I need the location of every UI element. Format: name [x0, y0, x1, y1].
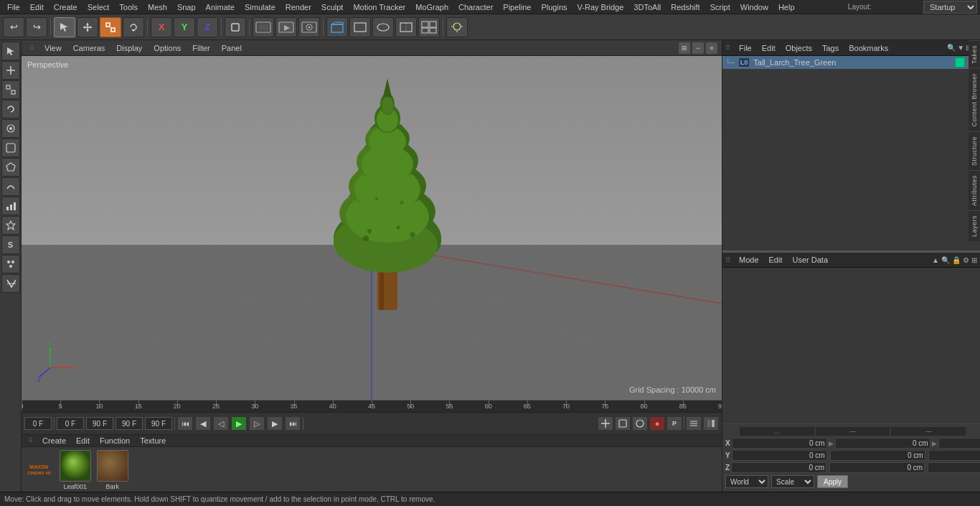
coords-scale-dropdown[interactable]: Scale Size: [771, 475, 814, 488]
material-texture-btn[interactable]: Texture: [136, 436, 169, 446]
coords-pos-y[interactable]: [732, 450, 827, 461]
undo-button[interactable]: ↩: [3, 17, 24, 37]
record-button[interactable]: ●: [649, 416, 665, 431]
menu-select[interactable]: Select: [83, 1, 114, 13]
object-item-tree[interactable]: └─ L0 Tall_Larch_Tree_Green: [722, 56, 980, 69]
material-create-btn[interactable]: Create: [39, 436, 70, 446]
om-edit-btn[interactable]: Edit: [758, 43, 779, 53]
menu-animate[interactable]: Animate: [202, 1, 239, 13]
sidebar-light-btn[interactable]: [1, 216, 20, 235]
object-mode-button[interactable]: [225, 17, 246, 37]
goto-start-button[interactable]: ⏮: [177, 416, 193, 431]
sidebar-select-btn[interactable]: [1, 42, 20, 60]
menu-plugins[interactable]: Plugins: [537, 1, 571, 13]
sidebar-polygon-btn[interactable]: [1, 158, 20, 177]
attr-edit-btn[interactable]: Edit: [765, 255, 786, 265]
viewport-expand-icon[interactable]: ↔: [692, 42, 704, 54]
menu-file[interactable]: File: [3, 1, 24, 13]
sidebar-camera-btn[interactable]: S: [1, 235, 20, 254]
auto-key-button[interactable]: P: [666, 416, 682, 431]
render-to-picture-viewer-button[interactable]: [298, 17, 320, 37]
sidebar-rotate-btn[interactable]: [1, 100, 20, 118]
scale-tool-button[interactable]: [100, 17, 121, 37]
top-view-button[interactable]: [372, 17, 394, 37]
menu-mesh[interactable]: Mesh: [143, 1, 171, 13]
menu-create[interactable]: Create: [50, 1, 82, 13]
menu-tools[interactable]: Tools: [115, 1, 142, 13]
viewport-maximize-icon[interactable]: ⊞: [679, 42, 690, 54]
attr-lock-icon[interactable]: 🔒: [952, 256, 961, 264]
menu-redshift[interactable]: Redshift: [666, 1, 704, 13]
keyframe-add-button[interactable]: [598, 416, 613, 431]
play-button[interactable]: ▶: [231, 416, 247, 431]
z-axis-button[interactable]: Z: [197, 17, 218, 37]
material-function-btn[interactable]: Function: [96, 436, 133, 446]
sidebar-mograph-btn[interactable]: [1, 197, 20, 215]
sidebar-move-btn[interactable]: [1, 61, 20, 80]
viewport-panel-menu[interactable]: Panel: [217, 42, 246, 54]
viewport-filter-menu[interactable]: Filter: [188, 42, 214, 54]
sidebar-sculpt-btn[interactable]: [1, 274, 20, 293]
om-filter-icon[interactable]: ▼: [957, 44, 964, 52]
menu-window[interactable]: Window: [736, 1, 773, 13]
lamp-button[interactable]: [446, 17, 468, 37]
menu-script[interactable]: Script: [706, 1, 735, 13]
timeline-grid-button[interactable]: [686, 416, 702, 431]
tab-attributes[interactable]: Attributes: [969, 170, 980, 210]
rotate-tool-button[interactable]: [123, 17, 144, 37]
attr-userdata-btn[interactable]: User Data: [789, 255, 832, 265]
viewport-settings-icon[interactable]: ≡: [706, 42, 717, 54]
menu-3dtoall[interactable]: 3DToAll: [629, 1, 665, 13]
sidebar-particles-btn[interactable]: [1, 255, 20, 273]
om-objects-btn[interactable]: Objects: [782, 43, 816, 53]
x-axis-button[interactable]: X: [151, 17, 172, 37]
start-frame-input[interactable]: [57, 417, 84, 430]
menu-sculpt[interactable]: Sculpt: [317, 1, 348, 13]
attr-arrow-icon[interactable]: ▲: [932, 256, 939, 264]
y-axis-button[interactable]: Y: [174, 17, 195, 37]
tab-content-browser[interactable]: Content Browser: [969, 68, 980, 131]
viewport-view-menu[interactable]: View: [40, 42, 66, 54]
sidebar-spline-btn[interactable]: [1, 139, 20, 157]
redo-button[interactable]: ↪: [26, 17, 47, 37]
preview-end-input[interactable]: [145, 417, 172, 430]
attr-search-icon[interactable]: 🔍: [941, 256, 950, 264]
om-bookmarks-btn[interactable]: Bookmarks: [845, 43, 892, 53]
attr-mode-btn[interactable]: Mode: [735, 255, 763, 265]
menu-help[interactable]: Help: [774, 1, 799, 13]
sidebar-scale-btn[interactable]: [1, 80, 20, 99]
om-search-icon[interactable]: 🔍: [947, 44, 956, 52]
4-view-button[interactable]: [418, 17, 440, 37]
tab-structure[interactable]: Structure: [969, 131, 980, 170]
step-fwd2-button[interactable]: ▶: [267, 416, 283, 431]
menu-motiontracker[interactable]: Motion Tracker: [349, 1, 410, 13]
menu-character[interactable]: Character: [454, 1, 497, 13]
current-frame-input[interactable]: [24, 417, 52, 430]
coords-apply-button[interactable]: Apply: [817, 475, 848, 488]
viewport-canvas[interactable]: Perspective Grid Spacing : 10000 cm X Y: [22, 56, 722, 400]
tab-layers[interactable]: Layers: [969, 210, 980, 241]
move-tool-button[interactable]: [77, 17, 98, 37]
coords-rot-x[interactable]: [835, 438, 930, 449]
goto-end-button[interactable]: ⏭: [285, 416, 301, 431]
menu-edit[interactable]: Edit: [26, 1, 48, 13]
coords-world-dropdown[interactable]: World Object: [725, 475, 768, 488]
coords-pos-x[interactable]: [732, 438, 827, 449]
coords-rot-z[interactable]: [829, 462, 925, 473]
om-tags-btn[interactable]: Tags: [819, 43, 842, 53]
material-edit-btn[interactable]: Edit: [72, 436, 93, 446]
keyframe-pos-button[interactable]: [615, 416, 631, 431]
viewport-display-menu[interactable]: Display: [112, 42, 146, 54]
sidebar-nurbs-btn[interactable]: [1, 119, 20, 138]
menu-snap[interactable]: Snap: [173, 1, 200, 13]
menu-simulate[interactable]: Simulate: [240, 1, 280, 13]
sidebar-deformer-btn[interactable]: [1, 177, 20, 196]
render-active-view-button[interactable]: [275, 17, 297, 37]
layout-select[interactable]: Startup Standard: [923, 1, 977, 14]
obj-color-swatch[interactable]: [955, 57, 965, 67]
keyframe-rot-button[interactable]: [632, 416, 648, 431]
perspective-view-button[interactable]: [326, 17, 348, 37]
front-view-button[interactable]: [349, 17, 371, 37]
menu-mograph[interactable]: MoGraph: [411, 1, 453, 13]
step-fwd-button[interactable]: ▷: [249, 416, 265, 431]
